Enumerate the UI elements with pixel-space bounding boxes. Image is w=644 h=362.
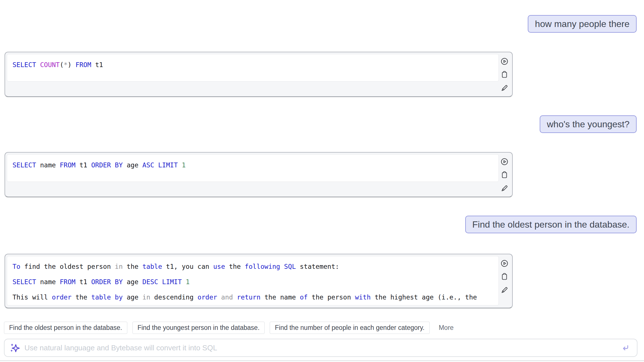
sql-response-card: SELECT COUNT(*) FROM t1 xyxy=(5,52,513,97)
run-query-button[interactable] xyxy=(500,158,508,166)
user-message-row: who's the youngest? xyxy=(0,115,637,133)
sql-response-card: To find the oldest person in the table t… xyxy=(5,254,513,308)
edit-sql-button[interactable] xyxy=(500,184,508,192)
enter-return-icon xyxy=(621,344,630,352)
nl2sql-composer xyxy=(4,339,637,357)
natural-language-input[interactable] xyxy=(24,343,621,353)
edit-sql-button[interactable] xyxy=(500,84,508,92)
play-icon xyxy=(500,158,508,166)
run-query-button[interactable] xyxy=(500,57,508,65)
card-action-column xyxy=(500,153,509,197)
clipboard-icon xyxy=(500,171,508,179)
sql-code-area[interactable]: SELECT COUNT(*) FROM t1 xyxy=(7,54,499,82)
play-icon xyxy=(500,259,508,267)
sparkle-ai-icon xyxy=(10,343,20,353)
pencil-icon xyxy=(500,184,508,192)
user-message-bubble: Find the oldest person in the database. xyxy=(465,216,637,233)
suggestion-chip-oldest[interactable]: Find the oldest person in the database. xyxy=(4,322,127,334)
user-message-bubble: who's the youngest? xyxy=(540,115,637,133)
submit-button[interactable] xyxy=(621,344,630,352)
copy-sql-button[interactable] xyxy=(500,70,508,78)
sql-chat-panel: how many people there SELECT COUNT(*) FR… xyxy=(0,0,644,362)
user-message-row: Find the oldest person in the database. xyxy=(0,216,637,233)
sql-response-card: SELECT name FROM t1 ORDER BY age ASC LIM… xyxy=(5,152,513,197)
suggestion-chip-row: Find the oldest person in the database. … xyxy=(4,322,456,334)
clipboard-icon xyxy=(500,272,508,280)
copy-sql-button[interactable] xyxy=(500,272,508,280)
sql-line: This will order the table by age in desc… xyxy=(13,290,493,305)
copy-sql-button[interactable] xyxy=(500,171,508,179)
pencil-icon xyxy=(500,84,508,92)
sql-code-area[interactable]: To find the oldest person in the table t… xyxy=(7,256,499,305)
clipboard-icon xyxy=(500,70,508,78)
edit-sql-button[interactable] xyxy=(500,286,508,294)
suggestion-chip-youngest[interactable]: Find the youngest person in the database… xyxy=(132,322,265,334)
play-icon xyxy=(500,57,508,65)
sql-line: SELECT name FROM t1 ORDER BY age DESC LI… xyxy=(13,274,493,290)
sql-line: To find the oldest person in the table t… xyxy=(13,259,493,274)
card-action-column xyxy=(500,254,509,308)
sql-code-area[interactable]: SELECT name FROM t1 ORDER BY age ASC LIM… xyxy=(7,154,499,182)
run-query-button[interactable] xyxy=(500,259,508,267)
user-message-bubble: how many people there xyxy=(528,15,637,33)
suggestion-chip-gender-count[interactable]: Find the number of people in each gender… xyxy=(270,322,429,334)
sql-line: SELECT COUNT(*) FROM t1 xyxy=(13,59,493,70)
bottom-divider xyxy=(0,360,644,361)
sql-line: SELECT name FROM t1 ORDER BY age ASC LIM… xyxy=(13,159,493,171)
pencil-icon xyxy=(500,286,508,294)
more-suggestions-button[interactable]: More xyxy=(437,322,456,334)
user-message-row: how many people there xyxy=(0,15,637,33)
card-action-column xyxy=(500,52,509,96)
